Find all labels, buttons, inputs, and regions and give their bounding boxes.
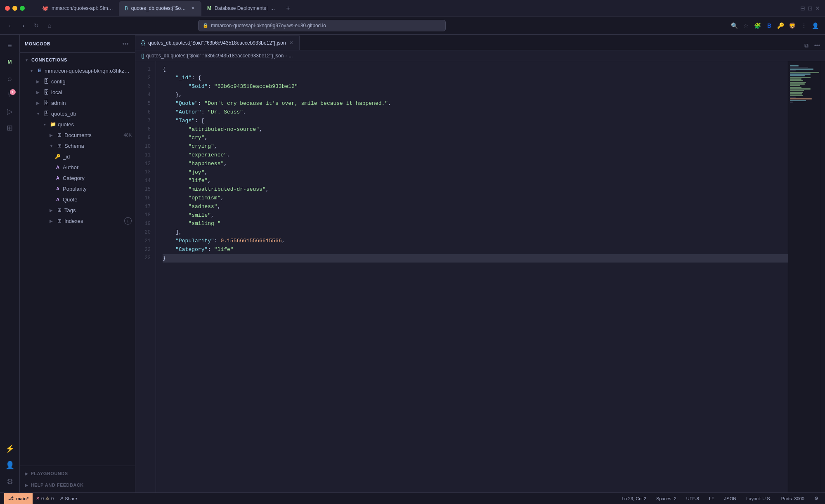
minimize-icon[interactable]: ⊟ (800, 5, 805, 12)
sidebar-item-schema[interactable]: ▾ ⊞ Schema (20, 140, 135, 151)
statusbar-spaces-item[interactable]: Spaces: 2 (654, 493, 679, 504)
refresh-button[interactable]: ↻ (31, 21, 41, 31)
minimize-button[interactable] (12, 6, 17, 11)
split-editor-icon[interactable]: ⧉ (802, 41, 811, 50)
tab1-label: mmarcon/quotes-api: Simple Node... (52, 5, 113, 11)
statusbar-share-item[interactable]: ↗ Share (57, 493, 79, 504)
statusbar-errors-item[interactable]: ✕ 0 ⚠ 0 (33, 493, 56, 504)
database-icon-local: 🗄 (43, 89, 50, 95)
activity-explorer-icon[interactable]: ≡ (2, 38, 17, 53)
code-content[interactable]: { "_id": { "$oid": "63b6c943518eacceb933… (156, 61, 788, 492)
brave-icon[interactable]: 🦁 (788, 21, 797, 30)
statusbar-settings-icon[interactable]: ⚙ (812, 493, 821, 504)
bookmark-icon[interactable]: ☆ (742, 21, 751, 30)
sidebar-item-documents[interactable]: ▶ ⊞ Documents 48K (20, 130, 135, 140)
add-index-button[interactable]: + (124, 217, 132, 225)
line-num-17: 17 (135, 203, 151, 211)
bitwarden-icon[interactable]: B (765, 21, 774, 30)
tab2-close-icon[interactable]: ✕ (190, 5, 196, 11)
scrollbar-track[interactable] (821, 61, 825, 492)
sidebar-more-icon[interactable]: ••• (121, 39, 130, 48)
field-category-label: Category (63, 175, 132, 181)
sidebar-item-field-category[interactable]: A Category (20, 173, 135, 183)
statusbar-language-item[interactable]: JSON (722, 493, 739, 504)
sidebar-item-config-db[interactable]: ▶ 🗄 config (20, 76, 135, 87)
browser-tab-2[interactable]: {} quotes_db.quotes:{"$oid":"63... ✕ (119, 1, 201, 16)
minimap-content (788, 61, 821, 107)
sidebar-item-admin-db[interactable]: ▶ 🗄 admin (20, 97, 135, 108)
documents-count: 48K (123, 133, 132, 137)
activity-extensions-icon[interactable]: ⊞ (2, 121, 17, 135)
back-button[interactable]: ‹ (5, 21, 15, 31)
profile-icon[interactable]: 👤 (811, 21, 820, 30)
maximize-button[interactable] (20, 6, 25, 11)
window-close-icon[interactable]: ✕ (815, 5, 820, 12)
minimap-line (790, 72, 819, 73)
activity-settings-icon[interactable]: ⚙ (2, 474, 17, 489)
sidebar-item-tags[interactable]: ▶ ⊞ Tags (20, 205, 135, 215)
extensions-icon[interactable]: 🧩 (753, 21, 762, 30)
maximize-icon[interactable]: ⊡ (808, 5, 813, 12)
sidebar-item-indexes[interactable]: ▶ ⊞ Indexes + (20, 215, 135, 226)
sidebar-item-field-id[interactable]: 🔑 _id (20, 151, 135, 162)
tree-spacer (20, 226, 135, 234)
minimap-line (790, 90, 804, 91)
line-numbers: 1 2 3 4 5 6 7 8 9 10 11 12 13 14 15 16 1… (135, 61, 156, 492)
forward-button[interactable]: › (18, 21, 28, 31)
activity-account-icon[interactable]: 👤 (2, 458, 17, 473)
sidebar-item-field-quote[interactable]: A Quote (20, 194, 135, 205)
search-icon[interactable]: 🔍 (730, 21, 739, 30)
activity-remote-icon[interactable]: ⚡ (2, 441, 17, 456)
playgrounds-item[interactable]: ▶ PLAYGROUNDS (20, 468, 135, 479)
browser-tab-3[interactable]: M Database Deployments | Cloud: Mo... (201, 1, 282, 16)
menu-icon[interactable]: ⋮ (799, 21, 808, 30)
statusbar-encoding-item[interactable]: UTF-8 (684, 493, 702, 504)
activity-git-icon[interactable]: ⑂ 1 (2, 88, 17, 102)
sidebar-item-field-popularity[interactable]: A Popularity (20, 183, 135, 194)
statusbar-ports-item[interactable]: Ports: 3000 (779, 493, 807, 504)
code-line-9: "cry", (163, 134, 788, 142)
line-num-16: 16 (135, 194, 151, 203)
minimap-line (790, 82, 806, 83)
statusbar-git-item[interactable]: ⎇ main* (4, 493, 33, 504)
1password-icon[interactable]: 🔑 (776, 21, 785, 30)
statusbar-position-item[interactable]: Ln 23, Col 2 (619, 493, 649, 504)
sidebar-title: MONGODB (25, 41, 50, 46)
code-line-6: "Author": "Dr. Seuss", (163, 108, 788, 117)
close-button[interactable] (5, 6, 10, 11)
minimap-line (790, 98, 812, 99)
cursor-position: Ln 23, Col 2 (622, 496, 646, 501)
statusbar-eol-item[interactable]: LF (707, 493, 717, 504)
browser-tab-1[interactable]: 🐙 mmarcon/quotes-api: Simple Node... (36, 1, 119, 16)
sidebar-item-local-db[interactable]: ▶ 🗄 local (20, 87, 135, 97)
activity-run-icon[interactable]: ▷ (2, 104, 17, 119)
sidebar-item-field-author[interactable]: A Author (20, 162, 135, 173)
sidebar-header: MONGODB ••• (20, 35, 135, 53)
add-tab-button[interactable]: + (282, 2, 294, 14)
minimap-line (790, 92, 803, 93)
connections-section-header[interactable]: ▾ CONNECTIONS (20, 54, 135, 65)
statusbar-layout-item[interactable]: Layout: U.S. (744, 493, 774, 504)
activity-mongo-icon[interactable]: M (2, 54, 17, 69)
line-num-21: 21 (135, 237, 151, 246)
database-icon: 🗄 (43, 78, 50, 85)
sidebar-item-connection[interactable]: ▾ 🖥 mmarcon-quotesapi-bknqn.o3hkz2p... (20, 65, 135, 76)
lock-icon: 🔒 (203, 23, 208, 28)
editor-tab-1-close-icon[interactable]: ✕ (289, 40, 293, 46)
home-button[interactable]: ⌂ (45, 21, 54, 31)
playgrounds-chevron-icon: ▶ (25, 471, 28, 476)
help-label: HELP AND FEEDBACK (31, 483, 84, 487)
sidebar-item-quotes-db[interactable]: ▾ 🗄 quotes_db (20, 108, 135, 119)
minimap-line (790, 100, 806, 101)
help-item[interactable]: ▶ HELP AND FEEDBACK (20, 479, 135, 491)
breadcrumb-file[interactable]: quotes_db.quotes:{"$oid":"63b6c943518eac… (146, 53, 284, 59)
editor-tab-1-label: quotes_db.quotes:{"$oid":"63b6c943518eac… (148, 40, 286, 46)
editor-more-icon[interactable]: ••• (813, 41, 822, 50)
sidebar-item-quotes-collection[interactable]: ▾ 📁 quotes (20, 119, 135, 130)
field-quote-label: Quote (63, 196, 132, 203)
editor-tab-1[interactable]: {} quotes_db.quotes:{"$oid":"63b6c943518… (135, 35, 300, 50)
activity-search-icon[interactable]: ⌕ (2, 71, 17, 86)
breadcrumb-current[interactable]: ... (288, 53, 293, 59)
quotes-collection-label: quotes (58, 121, 132, 128)
address-input[interactable]: 🔒 mmarcon-quotesapi-bknqn9g97oy.ws-eu80.… (198, 20, 446, 31)
